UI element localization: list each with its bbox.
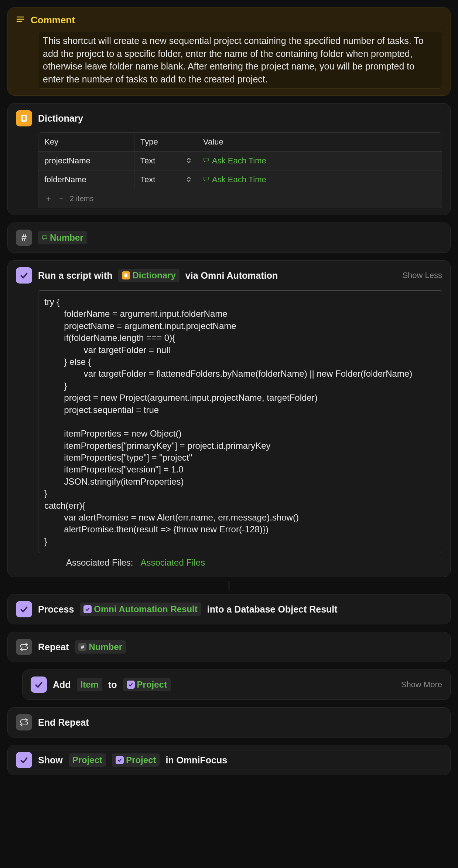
repeat-label: Repeat	[38, 642, 69, 652]
repeat-icon	[16, 714, 32, 730]
add-row-button[interactable]: ＋	[44, 194, 53, 203]
comment-action[interactable]: Comment This shortcut will create a new …	[7, 7, 451, 96]
flow-connector	[229, 581, 229, 590]
svg-rect-4	[22, 116, 25, 121]
dictionary-mini-icon	[122, 271, 130, 279]
show-more-button[interactable]: Show More	[401, 680, 442, 689]
omnifocus-icon	[16, 601, 32, 617]
dictionary-footer: ＋ － 2 items	[38, 189, 442, 208]
col-header-type: Type	[134, 133, 197, 151]
associated-files-label: Associated Files:	[66, 557, 133, 568]
number-variable-token[interactable]: Number	[38, 231, 87, 244]
end-repeat-action[interactable]: End Repeat	[7, 707, 451, 738]
hash-mini-icon: #	[78, 643, 86, 651]
process-header: Process Omni Automation Result into a Da…	[16, 601, 442, 617]
end-repeat-label: End Repeat	[38, 717, 89, 728]
run-script-prefix: Run a script with	[38, 270, 112, 281]
add-prefix: Add	[53, 679, 71, 690]
comment-header: Comment	[16, 14, 442, 26]
script-code[interactable]: try { folderName = argument.input.folder…	[38, 290, 442, 553]
show-action[interactable]: Show Project Project in OmniFocus	[7, 745, 451, 775]
svg-rect-8	[124, 274, 127, 278]
svg-rect-5	[204, 158, 208, 161]
item-variable-token[interactable]: Item	[77, 678, 102, 691]
number-action[interactable]: # Number	[7, 223, 451, 253]
repeat-header: Repeat # Number	[16, 639, 442, 655]
process-suffix: into a Database Object Result	[207, 604, 338, 615]
dictionary-icon	[16, 110, 32, 126]
ask-icon	[42, 233, 48, 243]
run-script-suffix: via Omni Automation	[185, 270, 278, 281]
omnifocus-mini-icon	[127, 681, 135, 689]
dictionary-table: Key Type Value projectName Text Ask Each…	[38, 132, 442, 208]
run-script-action[interactable]: Run a script with Dictionary via Omni Au…	[7, 260, 451, 577]
stepper-icon[interactable]	[187, 176, 191, 184]
associated-files-row: Associated Files: Associated Files	[38, 555, 442, 570]
add-middle: to	[108, 679, 117, 690]
svg-rect-7	[42, 236, 47, 239]
repeat-action[interactable]: Repeat # Number	[7, 632, 451, 662]
col-header-key: Key	[38, 133, 134, 151]
svg-rect-6	[204, 177, 208, 180]
project-variable-token[interactable]: Project	[123, 678, 171, 691]
dictionary-variable-token[interactable]: Dictionary	[118, 269, 179, 282]
row-type[interactable]: Text	[134, 152, 197, 170]
show-prefix: Show	[38, 755, 63, 766]
add-action[interactable]: Add Item to Project Show More	[22, 669, 451, 700]
repeat-icon	[16, 639, 32, 655]
row-value[interactable]: Ask Each Time	[197, 170, 442, 189]
dictionary-header: Dictionary	[16, 110, 442, 126]
table-row[interactable]: projectName Text Ask Each Time	[38, 152, 442, 170]
number-header: # Number	[16, 230, 442, 246]
dictionary-action[interactable]: Dictionary Key Type Value projectName Te…	[7, 103, 451, 215]
ask-icon	[203, 176, 209, 184]
stepper-icon[interactable]	[187, 157, 191, 165]
row-key[interactable]: folderName	[38, 170, 134, 189]
dictionary-title: Dictionary	[38, 113, 83, 124]
omnifocus-mini-icon	[83, 605, 92, 613]
associated-files-value[interactable]: Associated Files	[140, 557, 205, 568]
omnifocus-icon	[16, 267, 32, 284]
omnifocus-mini-icon	[116, 756, 124, 764]
row-type[interactable]: Text	[134, 170, 197, 189]
project-variable-token[interactable]: Project	[112, 753, 160, 767]
table-row[interactable]: folderName Text Ask Each Time	[38, 170, 442, 189]
project-text-token[interactable]: Project	[69, 753, 106, 767]
comment-body[interactable]: This shortcut will create a new sequenti…	[38, 31, 442, 89]
add-remove-controls: ＋ －	[44, 194, 66, 203]
end-repeat-header: End Repeat	[16, 714, 442, 730]
comment-title: Comment	[31, 14, 75, 26]
process-prefix: Process	[38, 604, 74, 615]
row-key[interactable]: projectName	[38, 152, 134, 170]
process-action[interactable]: Process Omni Automation Result into a Da…	[7, 594, 451, 624]
omnifocus-icon	[16, 752, 32, 768]
col-header-value: Value	[197, 133, 442, 151]
row-value[interactable]: Ask Each Time	[197, 152, 442, 170]
run-script-header: Run a script with Dictionary via Omni Au…	[16, 267, 442, 284]
show-suffix: in OmniFocus	[165, 755, 227, 766]
comment-icon	[16, 15, 25, 26]
number-variable-token[interactable]: # Number	[75, 640, 126, 654]
dictionary-table-header: Key Type Value	[38, 133, 442, 152]
add-header: Add Item to Project Show More	[31, 677, 442, 693]
show-header: Show Project Project in OmniFocus	[16, 752, 442, 768]
show-less-button[interactable]: Show Less	[402, 271, 442, 280]
remove-row-button[interactable]: －	[57, 194, 66, 203]
hash-icon: #	[16, 230, 32, 246]
item-count: 2 items	[70, 194, 93, 203]
omnifocus-icon	[31, 677, 47, 693]
ask-icon	[203, 157, 209, 165]
result-variable-token[interactable]: Omni Automation Result	[80, 603, 201, 616]
